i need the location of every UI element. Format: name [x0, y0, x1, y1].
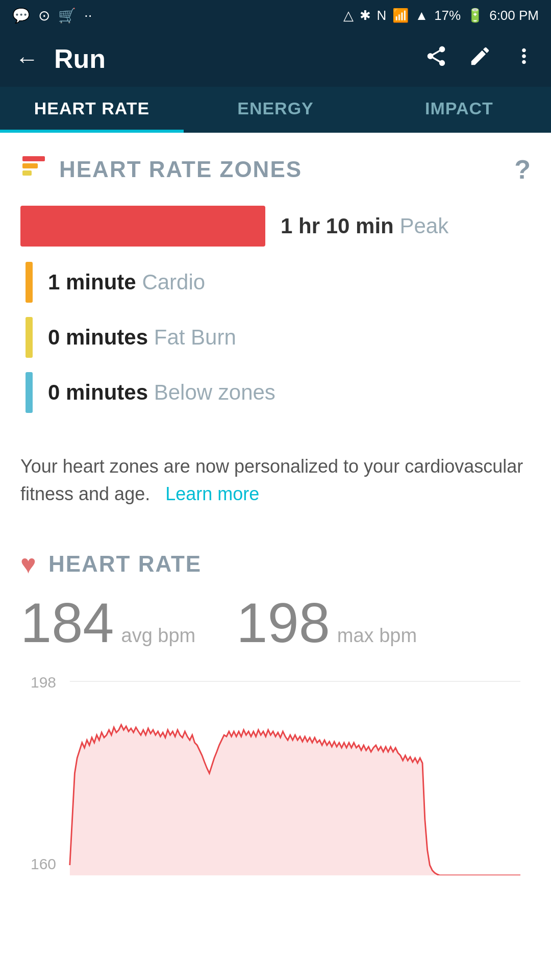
max-bpm-value: 198: [236, 595, 330, 651]
zones-section-header: HEART RATE ZONES ?: [0, 133, 551, 195]
back-button[interactable]: ←: [15, 45, 39, 72]
cardio-label: 1 minute Cardio: [48, 270, 205, 295]
status-left-icons: 💬 ⊙ 🛒 ··: [12, 7, 92, 24]
header-actions: [424, 44, 536, 74]
help-button[interactable]: ?: [514, 154, 531, 185]
message-icon: 💬: [12, 7, 30, 24]
dots-icon: ··: [84, 7, 92, 23]
chart-y-max: 198: [31, 674, 56, 691]
tab-bar: HEART RATE ENERGY IMPACT: [0, 87, 551, 133]
amazon-icon: 🛒: [58, 7, 76, 24]
below-label: 0 minutes Below zones: [48, 380, 276, 405]
fatburn-label: 0 minutes Fat Burn: [48, 325, 236, 350]
chart-y-min: 160: [31, 855, 56, 873]
svg-rect-2: [22, 170, 32, 176]
avg-bpm-label: avg bpm: [121, 625, 196, 647]
tab-energy[interactable]: ENERGY: [184, 87, 367, 133]
fatburn-zone-row: 0 minutes Fat Burn: [20, 317, 531, 358]
battery-percent: 17%: [434, 8, 461, 23]
svg-rect-1: [22, 163, 38, 168]
below-indicator: [26, 372, 33, 413]
heart-rate-chart: 198 160: [20, 671, 531, 875]
tab-heart-rate[interactable]: HEART RATE: [0, 87, 184, 133]
peak-label: 1 hr 10 min Peak: [281, 214, 448, 238]
max-bpm-label: max bpm: [337, 625, 417, 647]
cellular-icon: ▲: [415, 8, 428, 23]
signal-icon: △: [343, 8, 354, 23]
zones-icon: [20, 153, 47, 185]
tab-impact[interactable]: IMPACT: [367, 87, 551, 133]
info-text: Your heart zones are now personalized to…: [0, 443, 551, 533]
zones-container: 1 hr 10 min Peak 1 minute Cardio 0 minut…: [0, 195, 551, 443]
page-title: Run: [54, 43, 409, 74]
svg-marker-4: [70, 725, 520, 875]
peak-zone-row: 1 hr 10 min Peak: [20, 206, 531, 247]
hr-section-header: ♥ HEART RATE: [20, 549, 531, 579]
fatburn-indicator: [26, 317, 33, 358]
avg-bpm-stat: 184 avg bpm: [20, 595, 195, 651]
below-zone-row: 0 minutes Below zones: [20, 372, 531, 413]
hr-stats: 184 avg bpm 198 max bpm: [20, 595, 531, 651]
nfc-icon: N: [377, 8, 387, 23]
heart-rate-section: ♥ HEART RATE 184 avg bpm 198 max bpm 198: [0, 533, 551, 886]
zones-header-left: HEART RATE ZONES: [20, 153, 302, 185]
cardio-zone-row: 1 minute Cardio: [20, 262, 531, 303]
zones-section-title: HEART RATE ZONES: [59, 157, 302, 182]
max-bpm-stat: 198 max bpm: [236, 595, 417, 651]
hr-section-title: HEART RATE: [48, 551, 202, 577]
main-content: HEART RATE ZONES ? 1 hr 10 min Peak 1 mi…: [0, 133, 551, 886]
edit-button[interactable]: [468, 44, 492, 74]
wifi-icon: 📶: [392, 8, 409, 23]
peak-bar: [20, 206, 265, 247]
heart-icon: ♥: [20, 549, 36, 579]
status-right-icons: △ ✱ N 📶 ▲ 17% 🔋 6:00 PM: [343, 8, 539, 23]
bluetooth-icon: ✱: [360, 8, 371, 23]
battery-icon: 🔋: [467, 8, 483, 23]
heart-rate-graph: [31, 671, 520, 875]
cardio-indicator: [26, 262, 33, 303]
svg-rect-0: [22, 156, 45, 161]
alarm-icon: ⊙: [38, 7, 50, 24]
learn-more-link[interactable]: Learn more: [165, 483, 259, 504]
header: ← Run: [0, 31, 551, 87]
share-button[interactable]: [424, 44, 448, 74]
clock: 6:00 PM: [489, 8, 539, 23]
more-button[interactable]: [512, 44, 536, 74]
status-bar: 💬 ⊙ 🛒 ·· △ ✱ N 📶 ▲ 17% 🔋 6:00 PM: [0, 0, 551, 31]
avg-bpm-value: 184: [20, 595, 114, 651]
